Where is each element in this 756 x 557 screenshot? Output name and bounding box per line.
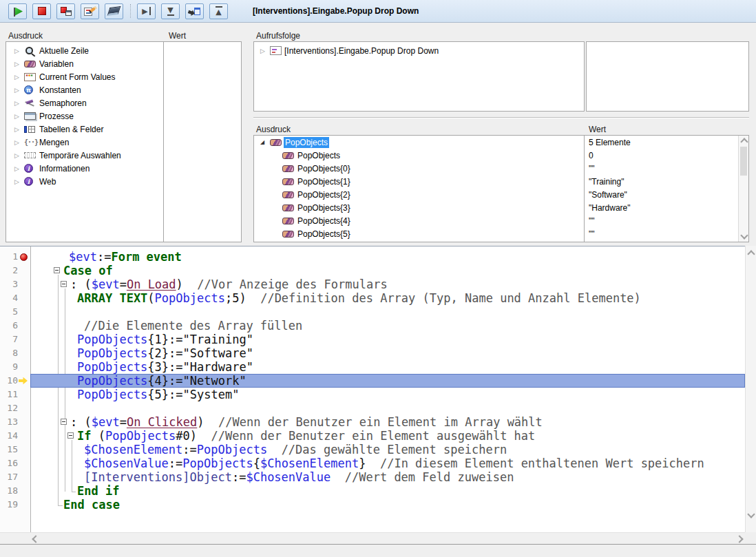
- expression-label[interactable]: PopObjects: [284, 137, 329, 148]
- code-line-10[interactable]: 10PopObjects{4}:="Network": [0, 374, 745, 388]
- gutter-marker-area[interactable]: [18, 401, 30, 415]
- expression-row[interactable]: ◢ PopObjects 5 Elemente: [254, 136, 738, 149]
- expression-row[interactable]: PopObjects{0} "": [254, 162, 738, 175]
- gutter-marker-area[interactable]: [18, 333, 30, 346]
- code-vertical-scrollbar[interactable]: [745, 246, 756, 532]
- code-text[interactable]: ARRAY TEXT(PopObjects;5) //Definition de…: [30, 291, 745, 305]
- chevron-right-icon[interactable]: ▷: [14, 74, 24, 81]
- expression-label[interactable]: PopObjects{5}: [296, 229, 352, 240]
- scroll-up-icon[interactable]: [747, 250, 755, 258]
- line-number[interactable]: 13: [0, 415, 18, 429]
- expression-column-divider[interactable]: [584, 136, 585, 242]
- code-line-12[interactable]: 12: [0, 401, 745, 415]
- watch-item-prozesse[interactable]: ▷ Prozesse: [6, 109, 241, 123]
- code-text[interactable]: PopObjects{5}:="System": [30, 388, 745, 401]
- chevron-right-icon[interactable]: ▷: [14, 61, 24, 67]
- expression-cell[interactable]: PopObjects{2}: [254, 189, 584, 200]
- code-line-19[interactable]: 19End case: [0, 498, 745, 512]
- gutter-marker-area[interactable]: [18, 484, 30, 498]
- code-text[interactable]: $ChosenElement:=PopObjects //Das gewählt…: [30, 443, 745, 456]
- code-line-7[interactable]: 7PopObjects{1}:="Training": [0, 333, 745, 346]
- code-text[interactable]: If (PopObjects#0) //Wenn der Benutzer ei…: [30, 429, 745, 443]
- gutter-marker-area[interactable]: [18, 429, 30, 443]
- watch-scrollbar[interactable]: [738, 136, 748, 242]
- expression-label[interactable]: PopObjects{3}: [296, 202, 352, 213]
- code-text[interactable]: [30, 401, 745, 415]
- watch-item-tabellen-felder[interactable]: ▷ Tabellen & Felder: [6, 123, 241, 136]
- gutter-marker-area[interactable]: [18, 470, 30, 484]
- clear-button[interactable]: [105, 3, 123, 19]
- gutter-marker-area[interactable]: [18, 374, 30, 388]
- watch-item-current-form-values[interactable]: ▷ Current Form Values: [6, 70, 241, 83]
- line-number[interactable]: 2: [0, 264, 18, 277]
- watch-item-semaphoren[interactable]: ▷ Semaphoren: [6, 96, 241, 109]
- gutter-marker-area[interactable]: [18, 250, 30, 264]
- chevron-right-icon[interactable]: ▷: [14, 152, 24, 159]
- expression-label[interactable]: PopObjects: [296, 150, 342, 161]
- code-text[interactable]: : ($evt=On Clicked) //Wenn der Benutzer …: [30, 415, 745, 429]
- code-line-17[interactable]: 17[Interventions]Object:=$ChosenValue //…: [0, 470, 745, 484]
- expression-cell[interactable]: PopObjects{3}: [254, 202, 584, 213]
- watch-item-informationen[interactable]: ▷ Informationen: [6, 162, 241, 175]
- expression-cell[interactable]: PopObjects{5}: [254, 229, 584, 240]
- step-out-button[interactable]: ▲: [209, 3, 228, 19]
- gutter-marker-area[interactable]: [18, 346, 30, 360]
- code-text[interactable]: //Die Elemente des Array füllen: [30, 319, 745, 333]
- watch-item-tempor-re-auswahlen[interactable]: ▷ Temporäre Auswahlen: [6, 149, 241, 162]
- chevron-right-icon[interactable]: ▷: [14, 139, 24, 146]
- chevron-right-icon[interactable]: ▷: [14, 126, 24, 133]
- code-text[interactable]: Case of: [30, 264, 745, 277]
- gutter-marker-area[interactable]: [18, 264, 30, 277]
- gutter-marker-area[interactable]: [18, 305, 30, 319]
- code-line-3[interactable]: 3: ($evt=On Load) //Vor Anzeige des Form…: [0, 277, 745, 291]
- fold-toggle-icon[interactable]: [61, 419, 67, 425]
- code-text[interactable]: PopObjects{4}:="Network": [30, 374, 745, 388]
- run-button[interactable]: [8, 3, 27, 19]
- line-number[interactable]: 4: [0, 291, 18, 305]
- expression-cell[interactable]: PopObjects: [254, 150, 584, 161]
- line-number[interactable]: 1: [0, 250, 18, 264]
- gutter-marker-area[interactable]: [18, 415, 30, 429]
- code-text[interactable]: [30, 305, 745, 319]
- abort-and-edit-button[interactable]: [56, 3, 75, 19]
- code-line-15[interactable]: 15$ChosenElement:=PopObjects //Das gewäh…: [0, 443, 745, 456]
- code-text[interactable]: PopObjects{1}:="Training": [30, 333, 745, 346]
- line-number[interactable]: 15: [0, 443, 18, 456]
- code-text[interactable]: : ($evt=On Load) //Vor Anzeige des Formu…: [30, 277, 745, 291]
- panel-splitter[interactable]: [253, 117, 749, 118]
- chevron-right-icon[interactable]: ▷: [14, 165, 24, 172]
- code-line-6[interactable]: 6//Die Elemente des Array füllen: [0, 319, 745, 333]
- code-line-13[interactable]: 13: ($evt=On Clicked) //Wenn der Benutze…: [0, 415, 745, 429]
- watch-item-variablen[interactable]: ▷ Variablen: [6, 57, 241, 70]
- code-text[interactable]: End case: [30, 498, 745, 512]
- expression-cell[interactable]: PopObjects{1}: [254, 176, 584, 187]
- watch-item-web[interactable]: ▷ Web: [6, 175, 241, 188]
- line-number[interactable]: 5: [0, 305, 18, 319]
- code-line-4[interactable]: 4ARRAY TEXT(PopObjects;5) //Definition d…: [0, 291, 745, 305]
- scroll-up-icon[interactable]: [740, 138, 748, 145]
- chevron-right-icon[interactable]: ▷: [260, 48, 270, 54]
- gutter-marker-area[interactable]: [18, 291, 30, 305]
- gutter-marker-area[interactable]: [18, 456, 30, 470]
- expand-collapse-icon[interactable]: ◢: [260, 139, 270, 145]
- line-number[interactable]: 14: [0, 429, 18, 443]
- code-line-8[interactable]: 8PopObjects{2}:="Software": [0, 346, 745, 360]
- gutter-marker-area[interactable]: [18, 277, 30, 291]
- code-line-1[interactable]: 1$evt:=Form event: [0, 250, 745, 264]
- gutter-marker-area[interactable]: [18, 498, 30, 512]
- line-number[interactable]: 18: [0, 484, 18, 498]
- line-number[interactable]: 12: [0, 401, 18, 415]
- watch-item-aktuelle-zeile[interactable]: ▷ Aktuelle Zeile: [6, 44, 241, 57]
- chevron-right-icon[interactable]: ▷: [14, 113, 24, 120]
- watch-item-konstanten[interactable]: ▷ Konstanten: [6, 83, 241, 96]
- code-text[interactable]: $ChosenValue:=PopObjects{$ChosenElement}…: [30, 456, 745, 470]
- expression-label[interactable]: PopObjects{1}: [296, 176, 352, 187]
- code-text[interactable]: PopObjects{2}:="Software": [30, 346, 745, 360]
- fold-toggle-icon[interactable]: [61, 281, 67, 287]
- step-into-process-button[interactable]: [185, 3, 204, 19]
- code-line-14[interactable]: 14If (PopObjects#0) //Wenn der Benutzer …: [0, 429, 745, 443]
- line-number[interactable]: 10: [0, 374, 18, 388]
- expression-row[interactable]: PopObjects 0: [254, 149, 738, 162]
- scroll-right-icon[interactable]: [735, 535, 743, 543]
- expression-label[interactable]: PopObjects{0}: [296, 163, 352, 174]
